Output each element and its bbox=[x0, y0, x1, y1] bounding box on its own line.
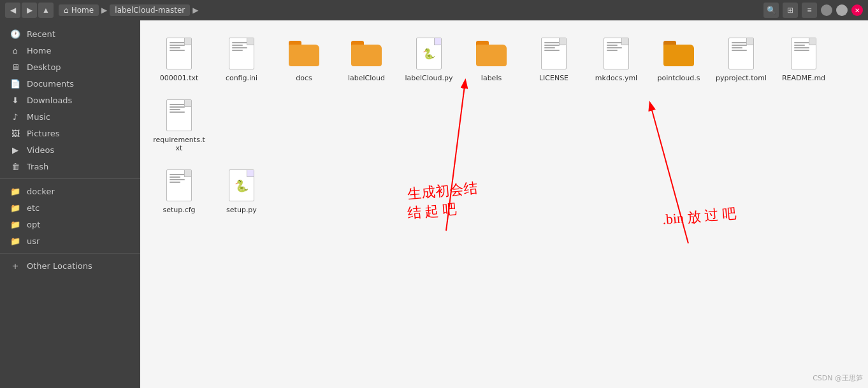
list-item[interactable]: LICENSE bbox=[525, 31, 582, 87]
list-item[interactable]: docs bbox=[275, 31, 333, 87]
sidebar-item-home[interactable]: ⌂ Home bbox=[0, 42, 140, 59]
file-name: labelCloud.py bbox=[405, 74, 452, 82]
sidebar-label-downloads: Downloads bbox=[27, 96, 72, 105]
icon-line bbox=[607, 45, 618, 46]
sidebar-item-pictures[interactable]: 🖼 Pictures bbox=[0, 125, 140, 141]
icon-line bbox=[732, 50, 747, 51]
file-icon-pyproject bbox=[726, 36, 756, 71]
clock-icon: 🕐 bbox=[10, 29, 20, 39]
breadcrumb: ⌂ Home ▶ labelCloud-master ▶ bbox=[59, 4, 761, 16]
file-name: setup.py bbox=[226, 206, 257, 214]
icon-line bbox=[544, 47, 555, 48]
file-name: mkdocs.yml bbox=[595, 74, 637, 82]
icon-line bbox=[170, 179, 185, 180]
file-icon-setupcfg bbox=[164, 168, 194, 203]
list-item[interactable]: pointcloud.s bbox=[650, 31, 707, 87]
txt-file-icon bbox=[166, 38, 192, 69]
file-icon-labels bbox=[476, 36, 507, 71]
downloads-icon: ⬇ bbox=[10, 95, 20, 105]
sidebar-item-docker[interactable]: 📁 docker bbox=[0, 183, 140, 199]
sidebar-item-videos[interactable]: ▶ Videos bbox=[0, 141, 140, 158]
maximize-button[interactable] bbox=[836, 4, 848, 16]
up-button[interactable]: ▲ bbox=[38, 3, 54, 18]
minimize-button[interactable] bbox=[821, 4, 832, 16]
second-row: setup.cfg 🐍 setup.py bbox=[150, 162, 858, 219]
folder-body bbox=[351, 45, 382, 66]
breadcrumb-home[interactable]: ⌂ Home bbox=[59, 4, 99, 16]
list-item[interactable]: pyproject.toml bbox=[712, 31, 770, 87]
sidebar-item-other-locations[interactable]: + Other Locations bbox=[0, 257, 140, 274]
file-icon-000001 bbox=[164, 36, 194, 71]
sidebar-item-downloads[interactable]: ⬇ Downloads bbox=[0, 92, 140, 108]
icon-line bbox=[607, 42, 622, 43]
icon-line bbox=[732, 47, 742, 48]
file-name: pyproject.toml bbox=[716, 74, 767, 82]
titlebar-controls: 🔍 ⊞ ≡ ✕ bbox=[763, 3, 863, 18]
breadcrumb-current[interactable]: labelCloud-master bbox=[110, 4, 190, 16]
breadcrumb-end: ▶ bbox=[192, 6, 198, 15]
sidebar-label-trash: Trash bbox=[27, 162, 48, 171]
file-icon-readme bbox=[788, 36, 819, 71]
list-item[interactable]: labelCloud bbox=[338, 31, 395, 87]
back-button[interactable]: ◀ bbox=[5, 3, 20, 18]
sidebar-label-home: Home bbox=[27, 46, 51, 55]
view-button[interactable]: ⊞ bbox=[783, 3, 798, 18]
icon-line bbox=[170, 174, 185, 175]
sidebar-item-etc[interactable]: 📁 etc bbox=[0, 199, 140, 216]
txt-file-icon bbox=[791, 38, 816, 69]
sidebar-item-documents[interactable]: 📄 Documents bbox=[0, 75, 140, 92]
folder-icon-docker: 📁 bbox=[10, 186, 20, 196]
folder-icon bbox=[289, 41, 319, 66]
sidebar-item-opt[interactable]: 📁 opt bbox=[0, 216, 140, 233]
list-item[interactable]: mkdocs.yml bbox=[588, 31, 645, 87]
breadcrumb-separator: ▶ bbox=[101, 6, 107, 15]
folder-icon bbox=[476, 41, 507, 66]
file-name: setup.cfg bbox=[163, 206, 195, 214]
forward-button[interactable]: ▶ bbox=[22, 3, 37, 18]
file-icon-pointcloud bbox=[663, 36, 694, 71]
icon-line bbox=[607, 47, 622, 48]
menu-button[interactable]: ≡ bbox=[802, 3, 817, 18]
file-name: requirements.txt bbox=[153, 136, 205, 152]
sidebar-item-trash[interactable]: 🗑 Trash bbox=[0, 158, 140, 175]
icon-line bbox=[170, 42, 185, 43]
file-grid: 000001.txt config.ini bbox=[150, 31, 858, 157]
sidebar-label-recent: Recent bbox=[27, 29, 55, 39]
folder-body bbox=[289, 45, 319, 66]
breadcrumb-current-label: labelCloud-master bbox=[115, 6, 185, 15]
file-name: 000001.txt bbox=[160, 74, 199, 82]
list-item[interactable]: setup.cfg bbox=[150, 162, 208, 219]
file-name: pointcloud.s bbox=[657, 74, 700, 82]
icon-line bbox=[544, 50, 560, 51]
icon-line bbox=[170, 109, 180, 110]
icon-line bbox=[170, 45, 185, 46]
sidebar-item-desktop[interactable]: 🖥 Desktop bbox=[0, 59, 140, 75]
txt-file-icon bbox=[604, 38, 629, 69]
file-name: config.ini bbox=[226, 74, 257, 82]
search-button[interactable]: 🔍 bbox=[763, 3, 779, 18]
icon-line bbox=[232, 47, 247, 48]
close-button[interactable]: ✕ bbox=[851, 4, 863, 16]
sidebar-label-videos: Videos bbox=[27, 145, 54, 155]
icon-line bbox=[732, 42, 747, 43]
list-item[interactable]: 🐍 setup.py bbox=[213, 162, 270, 219]
sidebar-item-usr[interactable]: 📁 usr bbox=[0, 233, 140, 249]
icon-line bbox=[170, 176, 180, 178]
file-name: README.md bbox=[782, 74, 825, 82]
list-item[interactable]: README.md bbox=[775, 31, 832, 87]
icon-line bbox=[232, 50, 243, 51]
txt-file-icon bbox=[166, 169, 192, 201]
list-item[interactable]: 🐍 labelCloud.py bbox=[400, 31, 458, 87]
file-icon-docs bbox=[289, 36, 319, 71]
sidebar-divider-2 bbox=[0, 253, 140, 254]
sidebar-item-recent[interactable]: 🕐 Recent bbox=[0, 25, 140, 42]
list-item[interactable]: 000001.txt bbox=[150, 31, 208, 87]
list-item[interactable]: labels bbox=[463, 31, 520, 87]
icon-line bbox=[170, 182, 180, 183]
sidebar-item-music[interactable]: ♪ Music bbox=[0, 108, 140, 125]
titlebar: ◀ ▶ ▲ ⌂ Home ▶ labelCloud-master ▶ 🔍 ⊞ ≡… bbox=[0, 0, 868, 20]
list-item[interactable]: config.ini bbox=[213, 31, 270, 87]
file-icon-setuppy: 🐍 bbox=[226, 168, 257, 203]
sidebar-label-other-locations: Other Locations bbox=[27, 261, 92, 271]
list-item[interactable]: requirements.txt bbox=[150, 92, 208, 157]
